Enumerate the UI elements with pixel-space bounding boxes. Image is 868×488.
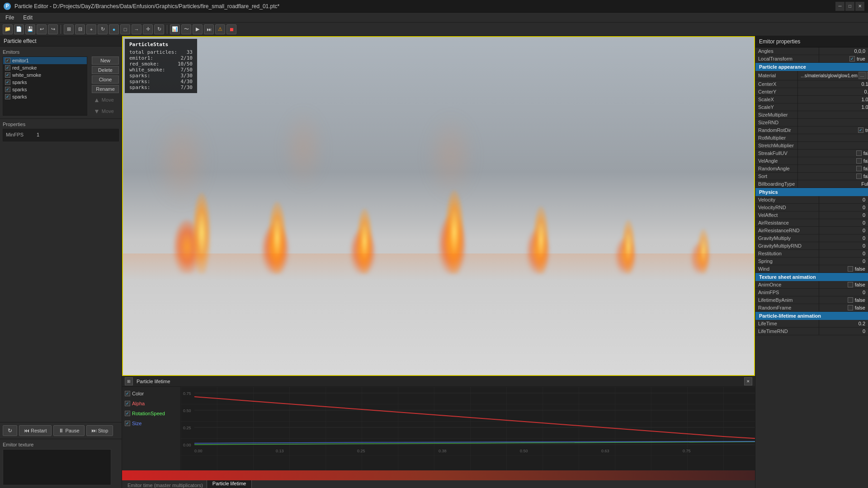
toolbar-save[interactable]: 💾 — [25, 24, 35, 34]
toolbar-add[interactable]: + — [86, 24, 96, 34]
maximize-button[interactable]: □ — [845, 2, 854, 11]
scalex-input[interactable] — [801, 97, 868, 102]
rotmultiplier-input[interactable] — [801, 135, 868, 141]
gravitymultiplyrnd-input[interactable] — [822, 243, 866, 249]
prop-value-centery[interactable] — [798, 88, 868, 96]
emitor-item-0[interactable]: ✓ emitor1 — [3, 57, 87, 64]
stop-button[interactable]: ⏭ Stop — [86, 425, 113, 436]
randomangle-checkbox[interactable] — [856, 166, 862, 171]
menu-file[interactable]: File — [2, 14, 18, 22]
velocityrnd-input[interactable] — [822, 205, 866, 210]
prop-value-airresistance[interactable] — [819, 219, 868, 227]
airresistance-input[interactable] — [822, 220, 866, 225]
prop-value-animfps[interactable] — [819, 289, 868, 296]
prop-value-sizemultiplier[interactable] — [798, 111, 868, 119]
toolbar-play[interactable]: ▶ — [193, 24, 203, 34]
delete-emitor-button[interactable]: Delete — [92, 66, 119, 74]
centerx-input[interactable] — [801, 81, 868, 87]
toolbar-move[interactable]: ✛ — [143, 24, 153, 34]
lifetimebyanim-checkbox[interactable] — [848, 297, 853, 303]
new-emitor-button[interactable]: New — [92, 56, 119, 65]
velocity-input[interactable] — [822, 197, 866, 202]
prop-value-spring[interactable] — [819, 258, 868, 265]
toolbar-new[interactable]: 📄 — [14, 24, 24, 34]
sizemultiplier-input[interactable] — [801, 112, 868, 117]
prop-value-restitution[interactable] — [819, 250, 868, 258]
angles-input[interactable] — [822, 48, 866, 54]
toolbar-redo[interactable]: ↪ — [48, 24, 58, 34]
graph-grid-button[interactable]: ⊞ — [125, 377, 133, 385]
toolbar-chart[interactable]: 📊 — [170, 24, 180, 34]
velangle-checkbox[interactable] — [856, 158, 862, 164]
toolbar-wave[interactable]: 〜 — [181, 24, 191, 34]
velaffect-input[interactable] — [822, 212, 866, 218]
prop-value-lifetime[interactable] — [819, 320, 868, 328]
emitor-checkbox-3[interactable]: ✓ — [5, 80, 10, 85]
localtransform-checkbox[interactable]: ✓ — [849, 56, 855, 61]
toolbar-rotate[interactable]: ↻ — [154, 24, 164, 34]
scaley-input[interactable] — [801, 104, 868, 110]
move-up-arrow[interactable]: ▲ — [94, 96, 100, 103]
graph-close-button[interactable]: ✕ — [744, 377, 752, 385]
prop-value-velaffect[interactable] — [819, 211, 868, 219]
emitor-item-4[interactable]: ✓ sparks — [3, 86, 87, 93]
emitor-checkbox-4[interactable]: ✓ — [5, 87, 10, 92]
toolbar-circle[interactable]: ● — [109, 24, 119, 34]
spring-input[interactable] — [822, 258, 866, 264]
toolbar-grid2[interactable]: ⊟ — [75, 24, 85, 34]
animonce-checkbox[interactable] — [848, 282, 853, 287]
track-color-checkbox[interactable]: ✓ — [125, 391, 130, 396]
streakfulluv-checkbox[interactable] — [856, 150, 862, 156]
move-down-label[interactable]: Move — [102, 108, 114, 114]
sort-checkbox[interactable] — [856, 174, 862, 179]
rename-emitor-button[interactable]: Rename — [92, 85, 119, 93]
prop-value-scaley[interactable] — [798, 103, 868, 111]
centery-input[interactable] — [801, 89, 868, 94]
material-browse-button[interactable]: … — [859, 72, 866, 79]
prop-value-scalex[interactable] — [798, 96, 868, 103]
lifetimernd-input[interactable] — [822, 328, 866, 334]
prop-value-velocity[interactable] — [819, 196, 868, 204]
animfps-input[interactable] — [822, 290, 866, 295]
emitor-item-3[interactable]: ✓ sparks — [3, 79, 87, 86]
emitor-checkbox-0[interactable]: ✓ — [5, 58, 10, 63]
track-rotation-checkbox[interactable]: ✓ — [125, 411, 130, 416]
emitor-checkbox-5[interactable]: ✓ — [5, 94, 10, 99]
move-up-label[interactable]: Move — [102, 97, 114, 103]
randomframe-checkbox[interactable] — [848, 305, 853, 310]
toolbar-warn[interactable]: ⚠ — [215, 24, 225, 34]
prop-value-lifetimernd[interactable] — [819, 328, 868, 335]
restart-button[interactable]: ⏮ Restart — [19, 425, 52, 436]
prop-value-centerx[interactable] — [798, 80, 868, 88]
airresistancernd-input[interactable] — [822, 228, 866, 233]
close-button[interactable]: ✕ — [855, 2, 864, 11]
menu-edit[interactable]: Edit — [19, 14, 36, 22]
toolbar-stop[interactable]: ⏹ — [226, 24, 236, 34]
prop-value-rotmultiplier[interactable] — [798, 134, 868, 142]
restitution-input[interactable] — [822, 251, 866, 256]
track-size-checkbox[interactable]: ✓ — [125, 421, 130, 426]
prop-value-stretchmultiplier[interactable] — [798, 142, 868, 150]
pause-button[interactable]: ⏸ Pause — [53, 425, 84, 436]
lifetime-input[interactable] — [822, 321, 866, 326]
emitor-item-1[interactable]: ✓ red_smoke — [3, 64, 87, 71]
prop-value-billboardingtype[interactable]: Full ▼ — [798, 180, 868, 188]
emitor-checkbox-1[interactable]: ✓ — [5, 65, 10, 70]
prop-value-gravitymultiply[interactable] — [819, 235, 868, 242]
billboardingtype-dropdown[interactable]: Full ▼ — [801, 181, 868, 187]
toolbar-undo[interactable]: ↩ — [37, 24, 47, 34]
graph-canvas[interactable]: 0.75 0.50 0.25 0.00 — [181, 387, 755, 470]
wind-checkbox[interactable] — [848, 266, 853, 272]
toolbar-grid[interactable]: ⊞ — [64, 24, 74, 34]
refresh-button[interactable]: ↻ — [3, 425, 17, 436]
clone-emitor-button[interactable]: Clone — [92, 75, 119, 84]
track-alpha-checkbox[interactable]: ✓ — [125, 401, 130, 406]
randomrotdir-checkbox[interactable]: ✓ — [858, 127, 863, 133]
emitor-item-2[interactable]: ✓ white_smoke — [3, 71, 87, 79]
minimize-button[interactable]: ─ — [835, 2, 844, 11]
toolbar-refresh[interactable]: ↻ — [98, 24, 108, 34]
stretchmultiplier-input[interactable] — [801, 143, 868, 148]
toolbar-square[interactable]: □ — [120, 24, 130, 34]
toolbar-open[interactable]: 📁 — [3, 24, 13, 34]
gravitymultiply-input[interactable] — [822, 235, 866, 241]
